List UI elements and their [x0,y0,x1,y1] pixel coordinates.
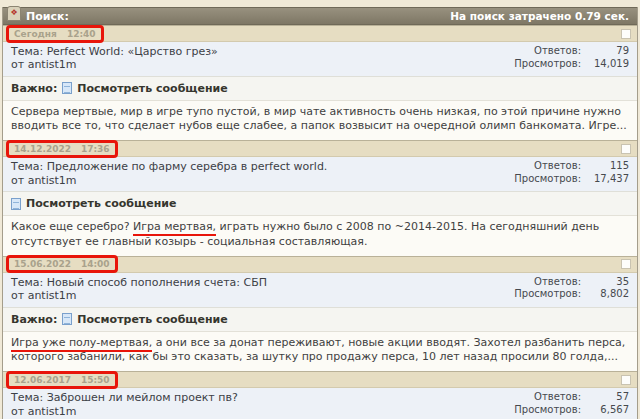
result-date-bar: 14.12.2022 17:36 [3,140,637,157]
topic-title-link[interactable]: Perfect World: «Царство грез» [47,45,218,58]
author-label: от [11,174,24,187]
important-label: Важно: [11,313,57,326]
result-time: 12:40 [67,29,96,39]
search-results-page: ❖ Поиск: На поиск затрачено 0.79 сек. Се… [0,7,640,419]
topic-label: Тема: [11,391,43,404]
author-link[interactable]: antist1m [28,289,77,302]
search-result: Сегодня 12:40 Тема: Perfect World: «Царс… [3,25,637,140]
result-time: 14:00 [81,259,110,269]
select-result-checkbox[interactable] [621,259,631,269]
view-message-link[interactable]: Посмотреть сообщение [77,313,227,326]
topic-title-link[interactable]: Заброшен ли мейлом проект пв? [47,391,238,404]
author-link[interactable]: antist1m [28,174,77,187]
result-date: 12.06.2017 [14,375,71,385]
result-date-bar: Сегодня 12:40 [3,25,637,42]
result-date: Сегодня [14,29,57,39]
result-date-bar: 12.06.2017 15:50 [3,371,637,388]
topic-title-link[interactable]: Новый способ пополнения счета: СБП [47,276,267,289]
replies-label: Ответов: [511,160,581,173]
topic-stats: Ответов:57 Просмотров:6,567 [511,391,629,418]
select-result-checkbox[interactable] [621,144,631,154]
view-message-link[interactable]: Посмотреть сообщение [26,197,176,210]
important-label: Важно: [11,82,57,95]
replies-label: Ответов: [511,45,581,58]
annotation-box: 15.06.2022 14:00 [6,255,118,273]
result-date: 14.12.2022 [14,144,71,154]
post-preview: Какое еще серебро? Игра мертвая, играть … [3,216,637,256]
post-preview: Игра уже полу-мертвая, а они все за дона… [3,332,637,372]
search-header-bar: ❖ Поиск: На поиск затрачено 0.79 сек. [3,7,637,25]
document-icon [11,198,21,210]
views-label: Просмотров: [511,58,581,71]
views-count: 17,437 [581,173,629,186]
select-result-checkbox[interactable] [621,29,631,39]
author-label: от [11,405,24,418]
author-label: от [11,58,24,71]
author-label: от [11,289,24,302]
topic-label: Тема: [11,276,43,289]
document-icon [62,82,72,94]
topic-stats: Ответов:79 Просмотров:14,019 [511,45,629,72]
action-row: Важно: Посмотреть сообщение [3,308,637,332]
views-label: Просмотров: [511,404,581,417]
author-link[interactable]: antist1m [28,405,77,418]
preview-text: Сервера мертвые, мир в игре тупо пустой,… [11,105,627,132]
topic-title-link[interactable]: Предложение по фарму серебра в perfect w… [47,160,328,173]
author-link[interactable]: antist1m [28,58,77,71]
search-result: 15.06.2022 14:00 Тема: Новый способ попо… [3,256,637,371]
search-result: 14.12.2022 17:36 Тема: Предложение по фа… [3,140,637,255]
topic-label: Тема: [11,160,43,173]
topic-label: Тема: [11,45,43,58]
annotation-box: Сегодня 12:40 [6,25,104,43]
views-label: Просмотров: [511,288,581,301]
views-count: 6,567 [581,404,629,417]
replies-count: 35 [581,276,629,289]
annotation-box: 12.06.2017 15:50 [6,371,118,389]
result-time: 15:50 [81,375,110,385]
replies-label: Ответов: [511,276,581,289]
replies-label: Ответов: [511,391,581,404]
result-date: 15.06.2022 [14,259,71,269]
post-preview: Сервера мертвые, мир в игре тупо пустой,… [3,101,637,141]
replies-count: 57 [581,391,629,404]
annotation-box: 14.12.2022 17:36 [6,140,118,158]
page-title: Поиск: [26,10,69,23]
topic-row: Тема: Новый способ пополнения счета: СБП… [3,273,637,308]
select-result-checkbox[interactable] [621,375,631,385]
replies-count: 79 [581,45,629,58]
views-count: 8,802 [581,288,629,301]
view-message-link[interactable]: Посмотреть сообщение [77,82,227,95]
topic-row: Тема: Заброшен ли мейлом проект пв? от a… [3,388,637,419]
views-count: 14,019 [581,58,629,71]
views-label: Просмотров: [511,173,581,186]
search-results-panel: ❖ Поиск: На поиск затрачено 0.79 сек. Се… [2,7,638,419]
topic-stats: Ответов:35 Просмотров:8,802 [511,276,629,303]
collapse-panel-icon[interactable]: ❖ [7,6,21,21]
topic-row: Тема: Предложение по фарму серебра в per… [3,157,637,192]
search-result: 12.06.2017 15:50 Тема: Заброшен ли мейло… [3,371,637,419]
topic-stats: Ответов:115 Просмотров:17,437 [511,160,629,187]
result-time: 17:36 [81,144,110,154]
replies-count: 115 [581,160,629,173]
search-time-text: На поиск затрачено 0.79 сек. [450,10,629,22]
topic-row: Тема: Perfect World: «Царство грез» от a… [3,42,637,77]
result-date-bar: 15.06.2022 14:00 [3,256,637,273]
document-icon [62,313,72,325]
action-row: Важно: Посмотреть сообщение [3,77,637,101]
preview-text: Какое еще серебро? [11,220,133,233]
action-row: Посмотреть сообщение [3,192,637,216]
